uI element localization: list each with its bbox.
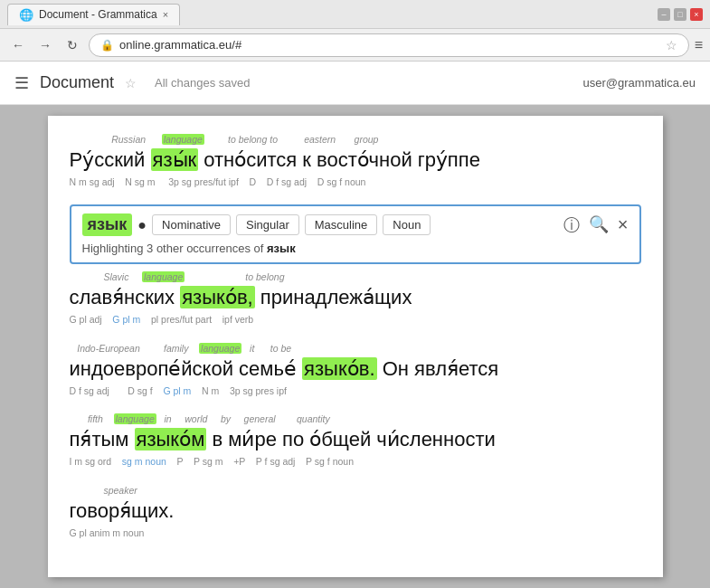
- address-bar[interactable]: 🔒 online.grammatica.eu/# ☆: [89, 33, 689, 57]
- close-button[interactable]: ×: [690, 8, 703, 21]
- document-area: Russian language to belong to eastern gr…: [48, 116, 663, 577]
- document-title: Document: [40, 73, 114, 92]
- sentence-block-3: Indo-European family language it to be и…: [70, 343, 641, 397]
- menu-button[interactable]: ☰: [14, 73, 29, 93]
- lock-icon: 🔒: [100, 39, 114, 52]
- popup-tag-noun[interactable]: Noun: [383, 214, 431, 235]
- highlighted-word-3[interactable]: языко́в.: [302, 357, 376, 380]
- bookmark-icon[interactable]: ☆: [666, 38, 677, 52]
- app-window: 🌐 Document - Grammatica × – □ × ← → ↻ 🔒 …: [0, 0, 710, 588]
- main-content: Russian language to belong to eastern gr…: [0, 105, 710, 588]
- forward-button[interactable]: →: [34, 34, 56, 56]
- browser-toolbar: ← → ↻ 🔒 online.grammatica.eu/# ☆ ≡: [0, 29, 710, 62]
- sentence-block-2: Slavic language to belong славя́нских яз…: [70, 271, 641, 326]
- grammar-line-2: G pl adj G pl m pl pres/fut part ipf ver…: [70, 314, 641, 327]
- highlighted-word-2[interactable]: языко́в,: [180, 286, 254, 308]
- popup-icons: ⓘ 🔍 ×: [563, 214, 629, 236]
- back-button[interactable]: ←: [7, 34, 29, 56]
- highlighted-word-1[interactable]: язы́к: [151, 148, 199, 171]
- popup-word: язык: [82, 213, 133, 236]
- tab-title: Document - Grammatica: [39, 8, 157, 21]
- sentence-text-1: Ру́сский язы́к отно́сится к восто́чной г…: [70, 147, 641, 175]
- top-labels-1: Russian language to belong to eastern gr…: [70, 134, 641, 145]
- highlight-info-text: Highlighting 3 other occurrences of язык: [82, 242, 296, 255]
- sentence-text-3: индоевропе́йской семье́ языко́в. Он явля…: [70, 356, 641, 384]
- popup-panel: язык ● Nominative Singular Masculine Nou…: [70, 204, 641, 264]
- top-labels-4: fifth language in world by general quant…: [70, 413, 641, 424]
- url-text: online.grammatica.eu/#: [119, 38, 241, 52]
- grammar-line-4: I m sg ord sg m noun P P sg m +P P f sg …: [70, 456, 641, 469]
- window-controls: – □ ×: [658, 8, 703, 21]
- sentence-text-5: говоря́щих.: [70, 498, 641, 526]
- highlighted-word-4[interactable]: языко́м: [135, 428, 207, 450]
- grammar-line-5: G pl anim m noun: [70, 527, 641, 540]
- sentence-text-4: пя́тым языко́м в ми́ре по о́бщей чи́слен…: [70, 426, 641, 454]
- browser-tab[interactable]: 🌐 Document - Grammatica ×: [7, 4, 180, 25]
- sentence-block-1: Russian language to belong to eastern gr…: [70, 134, 641, 188]
- highlight-keyword: язык: [267, 242, 296, 255]
- popup-tag-row: язык ● Nominative Singular Masculine Nou…: [82, 213, 629, 236]
- popup-tag-singular[interactable]: Singular: [236, 214, 299, 235]
- popup-tag-nominative[interactable]: Nominative: [152, 214, 231, 235]
- top-labels-3: Indo-European family language it to be: [70, 343, 641, 354]
- popup-tag-masculine[interactable]: Masculine: [305, 214, 378, 235]
- reload-button[interactable]: ↻: [62, 34, 83, 56]
- grammar-line-3: D f sg adj D sg f G pl m N m 3p sg pres …: [70, 385, 641, 398]
- grammar-line-1: N m sg adj N sg m 3p sg pres/fut ipf D D…: [70, 176, 641, 189]
- info-icon[interactable]: ⓘ: [563, 214, 580, 236]
- top-labels-2: Slavic language to belong: [70, 271, 641, 282]
- tab-favicon: 🌐: [19, 8, 33, 22]
- popup-highlight-row: Highlighting 3 other occurrences of язык: [82, 242, 629, 255]
- minimize-button[interactable]: –: [658, 8, 670, 21]
- browser-menu-button[interactable]: ≡: [695, 37, 703, 53]
- search-icon[interactable]: 🔍: [589, 214, 609, 236]
- user-email: user@grammatica.eu: [583, 76, 696, 90]
- maximize-button[interactable]: □: [674, 8, 686, 21]
- popup-dot: ●: [137, 217, 147, 233]
- top-labels-5: speaker: [70, 485, 641, 496]
- title-bar: 🌐 Document - Grammatica × – □ ×: [0, 0, 710, 29]
- sentence-block-5: speaker говоря́щих. G pl anim m noun: [70, 485, 641, 539]
- favorite-icon[interactable]: ☆: [125, 76, 137, 90]
- app-toolbar: ☰ Document ☆ All changes saved user@gram…: [0, 62, 710, 105]
- saved-status: All changes saved: [155, 76, 251, 90]
- tab-close-button[interactable]: ×: [163, 9, 168, 20]
- sentence-text-2: славя́нских языко́в, принадлежа́щих: [70, 284, 641, 312]
- sentence-block-4: fifth language in world by general quant…: [70, 413, 641, 468]
- close-icon[interactable]: ×: [618, 214, 629, 236]
